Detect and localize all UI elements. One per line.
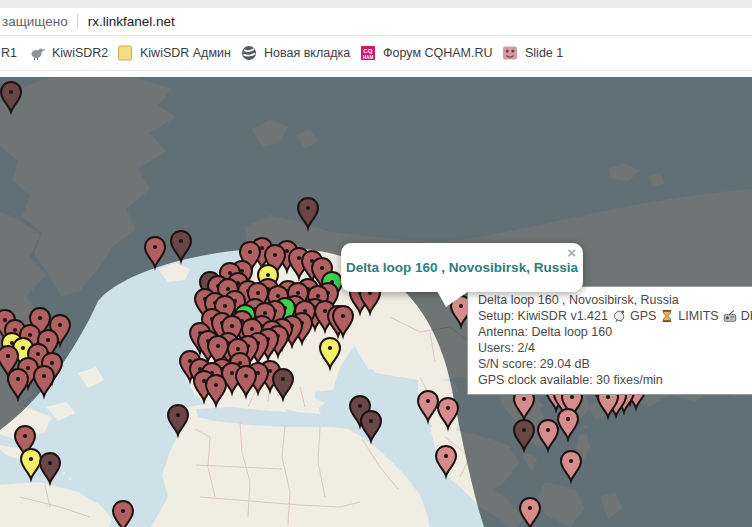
popup-tail (437, 291, 469, 307)
bookmark-cqham-forum[interactable]: CQ HAM Форум CQHAM.RU (360, 36, 493, 70)
bookmark-kiwisdr2[interactable]: KiwiSDR2 (29, 36, 108, 70)
popup-close-icon[interactable]: × (567, 245, 576, 260)
address-bar[interactable]: защищено rx.linkfanel.net (0, 8, 752, 36)
url-divider (77, 14, 78, 29)
radio-icon (723, 309, 737, 323)
browser-window: { "browser": { "security_label": "защище… (0, 0, 752, 527)
tooltip-station-name: Delta loop 160 , Novosibirsk, Russia (478, 292, 752, 308)
popup-title: Delta loop 160 , Novosibirsk, Russia (346, 260, 578, 275)
tooltip-setup-line: Setup: KiwiSDR v1.421 GPS LIMITS DRM (478, 308, 752, 324)
svg-text:CQ: CQ (363, 47, 372, 54)
bookmarks-bar: R1 KiwiSDR2 KiwiSDR Админ Новая вкладка … (0, 36, 752, 71)
kiwi-bird-icon (29, 45, 45, 61)
station-popup: Delta loop 160 , Novosibirsk, Russia × (341, 243, 583, 292)
tooltip-setup-text: Setup: KiwiSDR v1.421 (478, 308, 608, 324)
tooltip-antenna: Antenna: Delta loop 160 (478, 324, 752, 340)
globe-icon (241, 45, 257, 61)
gps-antenna-icon (612, 309, 626, 323)
bookmark-kiwisdr-admin[interactable]: KiwiSDR Админ (117, 36, 231, 70)
tooltip-sn-score: S/N score: 29.04 dB (478, 356, 752, 372)
cqham-logo-icon: CQ HAM (360, 45, 376, 61)
tooltip-drm-label: DRM (741, 308, 752, 324)
bookmark-new-tab[interactable]: Новая вкладка (241, 36, 350, 70)
svg-text:HAM: HAM (363, 55, 374, 60)
window-titlebar (0, 0, 752, 8)
tooltip-gps-label: GPS (630, 308, 656, 324)
hourglass-icon (660, 309, 674, 323)
tooltip-limits-label: LIMITS (678, 308, 718, 324)
bookmark-r1[interactable]: R1 (1, 36, 17, 70)
security-label: защищено (2, 14, 68, 29)
url-text[interactable]: rx.linkfanel.net (88, 14, 175, 29)
tooltip-gps-clock: GPS clock available: 30 fixes/min (478, 372, 752, 388)
slide-thumbnail-icon (502, 45, 518, 61)
station-info-tooltip: Delta loop 160 , Novosibirsk, Russia Set… (467, 286, 752, 395)
yellow-page-icon (117, 45, 133, 61)
bookmark-slide1[interactable]: Slide 1 (502, 36, 563, 70)
tooltip-users: Users: 2/4 (478, 340, 752, 356)
